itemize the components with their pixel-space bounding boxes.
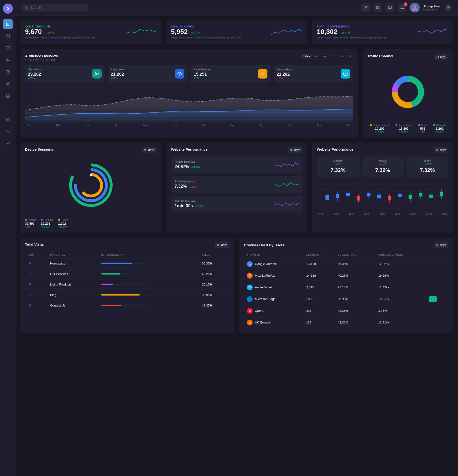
legend-organic: Organic Search 19,202 +32.50% [370, 124, 389, 133]
sidebar-item-profile[interactable] [3, 79, 13, 89]
browser-name: UC Browser [255, 321, 272, 324]
browser-name: Apple Safari [255, 286, 272, 289]
sidebar-item-trending[interactable] [3, 138, 13, 148]
wp-stat-monthly: Monthly +32% 7.32% [317, 157, 359, 177]
table-row: S Apple Safari 2,515 25.15% 11.42% [244, 281, 449, 293]
conversion-cell: 2.35% [375, 305, 426, 316]
table-row: G Google Chrome 13,410 65.35% 12.32% [244, 258, 449, 270]
settings-icon-btn[interactable] [444, 4, 452, 11]
header-icons: 1 Jindep User Super Admin [361, 3, 452, 12]
browser-name: Opera [255, 309, 264, 313]
perf-metric-pageviews: Page Views (avg) 7.32% -0.21% [171, 176, 303, 193]
search-box[interactable] [21, 4, 88, 11]
sidebar-item-reports[interactable] [3, 91, 13, 101]
sidebar-item-users[interactable] [3, 55, 13, 65]
grid-icon-btn[interactable] [374, 3, 382, 12]
website-perf-right-filter-btn[interactable]: 30 days [434, 147, 449, 153]
browser-filter-btn[interactable]: 30 days [434, 242, 449, 248]
browser-users-card: Browser Used By Users 30 days BROWSER SE… [239, 238, 453, 333]
svg-line-15 [27, 8, 28, 8]
metric-value-view: 5,952 [171, 28, 188, 35]
conversion-cell: 13.31% [375, 293, 426, 305]
conversion-cell: 11.42% [375, 281, 426, 293]
total-visits-filter-btn[interactable]: 30 days [215, 242, 229, 248]
svg-point-42 [399, 83, 417, 101]
svg-rect-65 [388, 196, 391, 200]
traffic-donut-svg [384, 68, 432, 116]
time-btn-2w[interactable]: 2w [321, 54, 328, 59]
table-row: E Microsoft Edge 1095 80.95% 13.31% → [244, 293, 449, 305]
sessions-cell: 14,530 [303, 270, 335, 281]
perf-sparkline-pageviews [275, 180, 299, 189]
sidebar-item-mail[interactable] [3, 67, 13, 77]
time-btn-today[interactable]: Today [301, 54, 311, 59]
svg-rect-73 [429, 195, 433, 198]
notification-icon-btn[interactable]: 1 [398, 3, 407, 12]
sidebar-item-dashboard[interactable]: ⊞ [3, 19, 13, 29]
website-perf-left-card: Website Performance 30 days Bounce Rate … [166, 143, 308, 233]
svg-point-45 [80, 175, 102, 196]
metric-desc-conv: Lorem ipsum dolor sit amet, conset etur … [317, 35, 387, 40]
time-btn-7d[interactable]: 7d [313, 54, 319, 59]
time-btn-1m[interactable]: 1m [330, 54, 337, 59]
action-btn[interactable]: → [429, 296, 437, 302]
sidebar-item-chat[interactable] [3, 43, 13, 53]
total-visits-table: LINK PAGE TITLE PERCENTAGE (%) VALUE ↗ H… [25, 252, 230, 311]
traffic-filter-btn[interactable]: 15 days [434, 54, 449, 60]
progress-cell [98, 269, 199, 279]
value-cell: 40.25% [199, 269, 229, 279]
stat-page-sessions: Page Sessions 15,251 +23% [191, 65, 270, 83]
bounce-icon [341, 69, 350, 78]
edit-icon-btn[interactable] [361, 3, 370, 12]
browser-col-sessions: SESSIONS [303, 252, 335, 258]
sessions-cell: 235 [303, 305, 335, 316]
browser-table: BROWSER SESSIONS BOUNCE RATE CONVERSION … [244, 252, 449, 328]
sidebar-item-layers[interactable] [3, 115, 13, 125]
browser-name: Microsoft Edge [255, 297, 276, 301]
svg-rect-59 [357, 196, 360, 201]
stat-change-new-users: +55% [28, 77, 41, 80]
traffic-title: Traffic Channel [367, 54, 393, 58]
browser-col-browser: BROWSER [244, 252, 303, 258]
bounce-cell: 40.25% [335, 270, 375, 281]
audience-subtitle: 1 July, 2021 - 14 July, 2021 [25, 59, 58, 62]
message-icon-btn[interactable] [386, 3, 394, 12]
svg-rect-18 [378, 8, 379, 9]
legend-social: Social Media 15,202 +32.50% [396, 124, 412, 133]
svg-rect-53 [326, 195, 329, 200]
wp-stat-today: Today +03.93% 7.32% [406, 157, 449, 177]
svg-rect-55 [336, 194, 340, 198]
sidebar-item-analytics[interactable] [3, 103, 13, 113]
svg-point-26 [179, 73, 180, 75]
link-icon: ↗ [28, 293, 31, 297]
total-visits-title: Total Visits [25, 242, 44, 246]
browser-name-cell: O Opera [247, 308, 300, 314]
action-cell [426, 305, 449, 316]
total-visits-header: Total Visits 30 days [25, 242, 230, 248]
website-perf-right-title: Website Performance [317, 147, 353, 151]
time-btn-3m[interactable]: 3m [339, 54, 345, 59]
metric-card-view-through: VIEW THROUGH 5,952 +0.21% Lorem ipsum do… [166, 20, 308, 44]
perf-metric-bounce: Bounce Rate (avg) 24.67% +04.18% [171, 157, 303, 173]
metric-change-conv: +0.21% [340, 31, 350, 35]
traffic-channel-header: Traffic Channel 15 days [367, 54, 449, 60]
metric-chart-view [271, 25, 302, 37]
svg-rect-57 [346, 193, 350, 196]
legend-email: Email 502 +2% [418, 124, 427, 133]
table-row: ↗ Contact Us 42.35% [25, 300, 230, 311]
table-row: ↗ List of Products 25.15% [25, 279, 230, 289]
browser-icon: E [247, 296, 253, 302]
perf-metrics-list: Bounce Rate (avg) 24.67% +04.18% Page Vi… [171, 157, 303, 212]
browser-name: Google Chrome [255, 262, 277, 266]
svg-rect-75 [440, 192, 443, 196]
sidebar-item-calendar[interactable] [3, 31, 13, 41]
svg-rect-63 [377, 195, 381, 198]
search-input[interactable] [31, 6, 85, 9]
avatar [410, 3, 420, 12]
metric-desc-click: Lorem ipsum dolor sit amet, conset etur … [25, 35, 95, 40]
website-perf-left-filter-btn[interactable]: 30 days [288, 147, 302, 153]
time-btn-1y[interactable]: 1y [347, 54, 353, 59]
device-filter-btn[interactable]: 30 days [142, 147, 157, 153]
browser-name-cell: G Google Chrome [247, 261, 300, 267]
sidebar-item-contacts[interactable] [3, 127, 13, 136]
